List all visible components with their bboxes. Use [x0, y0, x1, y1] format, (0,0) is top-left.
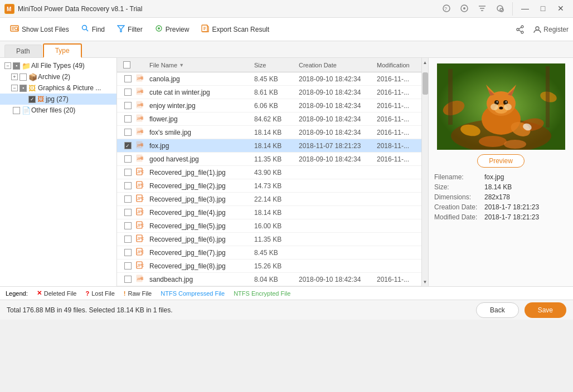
- col-name-header[interactable]: File Name ▼: [147, 62, 252, 68]
- file-checkbox[interactable]: [124, 75, 132, 82]
- tree-checkbox-all[interactable]: ▪: [13, 62, 20, 70]
- title-sep: [512, 2, 513, 16]
- file-checkbox[interactable]: [124, 209, 132, 216]
- tree-item-other-files[interactable]: 📄 Other files (20): [0, 105, 116, 116]
- tree-checkbox-archive[interactable]: [20, 74, 27, 81]
- file-row[interactable]: ✓JPGfox.jpg18.14 KB2018-11-07 18:21:2320…: [117, 139, 421, 153]
- show-lost-files-button[interactable]: Show Lost Files: [4, 22, 75, 37]
- file-checkbox[interactable]: [124, 236, 132, 243]
- file-size: 18.14 KB: [252, 209, 297, 217]
- file-creation-date: 2018-11-07 18:21:23: [297, 142, 375, 150]
- tree-expand-archive[interactable]: +: [11, 74, 18, 80]
- titlebar-icon-2[interactable]: [457, 2, 472, 14]
- titlebar-controls: ? — □ ✕: [439, 2, 569, 16]
- tree-item-archive[interactable]: + 📦 Archive (2): [0, 71, 116, 82]
- minimize-button[interactable]: —: [517, 2, 533, 14]
- file-type-icon: JPG: [136, 168, 147, 177]
- col-size-header[interactable]: Size: [252, 62, 297, 68]
- file-checkbox[interactable]: [124, 169, 132, 176]
- file-row[interactable]: JPGenjoy winter.jpg6.06 KB2018-09-10 18:…: [117, 99, 421, 112]
- file-row[interactable]: JPGcanola.jpg8.45 KB2018-09-10 18:42:342…: [117, 72, 421, 86]
- file-checkbox[interactable]: [124, 89, 132, 96]
- close-button[interactable]: ✕: [553, 2, 569, 14]
- tab-type[interactable]: Type: [43, 43, 82, 58]
- tree-checkbox-graphics[interactable]: ▪: [20, 85, 27, 92]
- scroll-up-btn[interactable]: ▲: [422, 58, 428, 67]
- tree-item-graphics[interactable]: − ▪ 🖼 Graphics & Picture ...: [0, 82, 116, 94]
- tree-label-all: All File Types (49): [31, 62, 85, 70]
- titlebar-icon-1[interactable]: ?: [439, 2, 454, 14]
- save-button[interactable]: Save: [525, 302, 566, 318]
- dimensions-label: Dimensions:: [434, 193, 484, 201]
- header-checkbox[interactable]: [123, 61, 130, 68]
- file-row[interactable]: JPGRecovered_jpg_file(7).jpg8.45 KB: [117, 246, 421, 259]
- file-name: Recovered_jpg_file(5).jpg: [147, 222, 252, 230]
- preview-button[interactable]: Preview: [149, 22, 195, 36]
- find-button[interactable]: Find: [76, 22, 110, 36]
- tree-expand-all[interactable]: −: [4, 62, 11, 69]
- back-button[interactable]: Back: [476, 302, 519, 318]
- col-modification-header[interactable]: Modification: [375, 62, 419, 68]
- titlebar-icon-3[interactable]: [474, 2, 490, 14]
- scrollbar[interactable]: ▲ ▼: [421, 58, 428, 286]
- file-name: good harvest.jpg: [147, 155, 252, 163]
- file-checkbox[interactable]: ✓: [124, 142, 132, 149]
- file-checkbox[interactable]: [124, 249, 132, 256]
- file-name: enjoy winter.jpg: [147, 102, 252, 110]
- file-checkbox[interactable]: [124, 262, 132, 270]
- tree-item-all-file-types[interactable]: − ▪ 📁 All File Types (49): [0, 60, 116, 71]
- col-creation-header[interactable]: Creation Date: [297, 62, 375, 68]
- file-creation-date: 2018-09-10 18:42:34: [297, 129, 375, 136]
- file-type-icon: JPG: [136, 181, 147, 190]
- file-creation-date: 2018-09-10 18:42:34: [297, 102, 375, 110]
- maximize-button[interactable]: □: [535, 2, 551, 14]
- file-checkbox[interactable]: [124, 276, 132, 283]
- scroll-down-btn[interactable]: ▼: [422, 277, 428, 286]
- file-row[interactable]: JPGgood harvest.jpg11.35 KB2018-09-10 18…: [117, 153, 421, 166]
- filter-button[interactable]: Filter: [111, 22, 148, 36]
- file-checkbox[interactable]: [124, 115, 132, 122]
- file-list-body: JPGcanola.jpg8.45 KB2018-09-10 18:42:342…: [117, 72, 421, 286]
- file-row[interactable]: JPGflower.jpg84.62 KB2018-09-10 18:42:34…: [117, 112, 421, 126]
- export-scan-result-button[interactable]: Export Scan Result: [196, 22, 275, 36]
- legend-lost-file: ? Lost File: [85, 290, 114, 297]
- modified-date-label: Modified Date:: [434, 213, 484, 221]
- svg-text:JPG: JPG: [137, 263, 144, 267]
- file-row[interactable]: JPGRecovered_jpg_file(4).jpg18.14 KB: [117, 206, 421, 219]
- svg-text:JPG: JPG: [137, 237, 144, 241]
- file-row[interactable]: JPGRecovered_jpg_file(2).jpg14.73 KB: [117, 179, 421, 193]
- file-size: 8.04 KB: [252, 276, 297, 283]
- file-row[interactable]: JPGsandbeach.jpg8.04 KB2018-09-10 18:42:…: [117, 273, 421, 286]
- legend-ntfs-compressed: NTFS Compressed File: [161, 290, 225, 297]
- status-text: Total 176.88 MB in 49 files. Selected 18…: [7, 306, 173, 314]
- file-checkbox[interactable]: [124, 182, 132, 189]
- tree-checkbox-jpg[interactable]: ✓: [28, 96, 36, 103]
- file-row[interactable]: JPGfox's smile.jpg18.14 KB2018-09-10 18:…: [117, 126, 421, 139]
- file-row[interactable]: JPGRecovered_jpg_file(3).jpg22.14 KB: [117, 193, 421, 206]
- tree-expand-jpg: [20, 96, 27, 102]
- register-button[interactable]: Register: [533, 26, 569, 33]
- file-checkbox[interactable]: [124, 222, 132, 229]
- titlebar-icon-4[interactable]: [492, 2, 508, 14]
- file-checkbox[interactable]: [124, 102, 132, 109]
- tree-item-jpg[interactable]: ✓ 🖼 jpg (27): [0, 94, 116, 105]
- file-row[interactable]: JPGRecovered_jpg_file(8).jpg15.26 KB: [117, 259, 421, 273]
- size-label: Size:: [434, 183, 484, 191]
- scroll-thumb[interactable]: [423, 72, 428, 95]
- file-size: 11.35 KB: [252, 236, 297, 243]
- file-checkbox[interactable]: [124, 155, 132, 163]
- file-row[interactable]: JPGRecovered_jpg_file(5).jpg16.00 KB: [117, 219, 421, 233]
- file-row[interactable]: JPGRecovered_jpg_file(6).jpg11.35 KB: [117, 233, 421, 246]
- file-row[interactable]: JPGRecovered_jpg_file(1).jpg43.90 KB: [117, 166, 421, 179]
- share-button[interactable]: [510, 23, 530, 36]
- creation-date-value: 2018-1-7 18:21:23: [484, 203, 539, 211]
- tree-checkbox-other[interactable]: [13, 107, 20, 114]
- tab-path[interactable]: Path: [4, 45, 42, 57]
- file-row[interactable]: JPGcute cat in winter.jpg8.61 KB2018-09-…: [117, 86, 421, 99]
- file-checkbox[interactable]: [124, 129, 132, 136]
- file-name: Recovered_jpg_file(6).jpg: [147, 236, 252, 243]
- tabs: Path Type: [0, 41, 573, 58]
- tree-expand-graphics[interactable]: −: [11, 85, 18, 91]
- file-checkbox[interactable]: [124, 195, 132, 203]
- preview-action-button[interactable]: Preview: [477, 154, 525, 168]
